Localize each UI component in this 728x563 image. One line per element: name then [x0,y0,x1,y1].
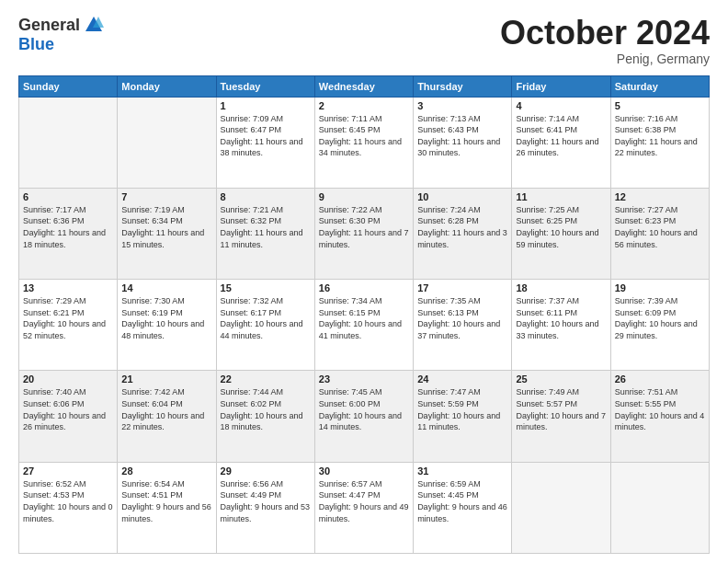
calendar-day: 16Sunrise: 7:34 AM Sunset: 6:15 PM Dayli… [314,280,413,371]
day-number: 27 [23,465,113,477]
day-of-week-sunday: Sunday [19,75,118,97]
calendar-day: 4Sunrise: 7:14 AM Sunset: 6:41 PM Daylig… [512,97,610,188]
day-number: 4 [516,100,606,111]
day-info: Sunrise: 7:19 AM Sunset: 6:34 PM Dayligh… [121,204,211,250]
day-number: 26 [615,373,705,385]
calendar-day: 28Sunrise: 6:54 AM Sunset: 4:51 PM Dayli… [118,462,216,553]
calendar-week-row: 27Sunrise: 6:52 AM Sunset: 4:53 PM Dayli… [19,462,710,553]
calendar-day: 6Sunrise: 7:17 AM Sunset: 6:36 PM Daylig… [19,188,118,279]
day-number: 5 [615,100,705,111]
day-info: Sunrise: 7:39 AM Sunset: 6:09 PM Dayligh… [615,295,705,341]
day-info: Sunrise: 7:17 AM Sunset: 6:36 PM Dayligh… [23,204,113,250]
calendar-day: 23Sunrise: 7:45 AM Sunset: 6:00 PM Dayli… [314,371,413,462]
location: Penig, Germany [500,52,710,66]
day-number: 3 [417,100,507,111]
calendar-day: 18Sunrise: 7:37 AM Sunset: 6:11 PM Dayli… [512,280,610,371]
calendar-table: SundayMondayTuesdayWednesdayThursdayFrid… [18,75,710,554]
day-info: Sunrise: 7:22 AM Sunset: 6:30 PM Dayligh… [319,204,409,250]
month-title: October 2024 [500,15,710,52]
calendar-day [19,97,118,188]
day-of-week-tuesday: Tuesday [216,75,314,97]
calendar-day: 19Sunrise: 7:39 AM Sunset: 6:09 PM Dayli… [610,280,709,371]
day-number: 8 [221,191,311,202]
day-number: 13 [23,282,113,293]
day-info: Sunrise: 7:47 AM Sunset: 5:59 PM Dayligh… [417,386,507,432]
day-number: 15 [221,282,311,293]
day-info: Sunrise: 7:45 AM Sunset: 6:00 PM Dayligh… [319,386,409,432]
day-info: Sunrise: 6:52 AM Sunset: 4:53 PM Dayligh… [23,478,113,524]
calendar-day: 17Sunrise: 7:35 AM Sunset: 6:13 PM Dayli… [414,280,512,371]
day-number: 31 [417,465,507,477]
day-info: Sunrise: 7:37 AM Sunset: 6:11 PM Dayligh… [516,295,606,341]
day-info: Sunrise: 7:29 AM Sunset: 6:21 PM Dayligh… [23,295,113,341]
calendar-day [512,462,610,553]
day-info: Sunrise: 7:34 AM Sunset: 6:15 PM Dayligh… [319,295,409,341]
calendar-day: 9Sunrise: 7:22 AM Sunset: 6:30 PM Daylig… [314,188,413,279]
day-number: 24 [417,373,507,385]
calendar-day: 10Sunrise: 7:24 AM Sunset: 6:28 PM Dayli… [414,188,512,279]
calendar-day [118,97,216,188]
day-info: Sunrise: 7:21 AM Sunset: 6:32 PM Dayligh… [221,204,311,250]
day-of-week-saturday: Saturday [610,75,709,97]
day-number: 11 [516,191,606,202]
day-number: 23 [319,373,409,385]
day-number: 17 [417,282,507,293]
calendar-week-row: 1Sunrise: 7:09 AM Sunset: 6:47 PM Daylig… [19,97,710,188]
day-info: Sunrise: 7:25 AM Sunset: 6:25 PM Dayligh… [516,204,606,250]
day-info: Sunrise: 7:27 AM Sunset: 6:23 PM Dayligh… [615,204,705,250]
day-of-week-thursday: Thursday [414,75,512,97]
day-number: 16 [319,282,409,293]
calendar-day: 29Sunrise: 6:56 AM Sunset: 4:49 PM Dayli… [216,462,314,553]
day-info: Sunrise: 6:56 AM Sunset: 4:49 PM Dayligh… [221,478,311,524]
day-number: 10 [417,191,507,202]
day-header-row: SundayMondayTuesdayWednesdayThursdayFrid… [19,75,710,97]
title-block: October 2024 Penig, Germany [500,15,710,66]
day-number: 7 [121,191,211,202]
calendar-day: 13Sunrise: 7:29 AM Sunset: 6:21 PM Dayli… [19,280,118,371]
day-info: Sunrise: 7:24 AM Sunset: 6:28 PM Dayligh… [417,204,507,250]
day-number: 18 [516,282,606,293]
day-number: 30 [319,465,409,477]
day-number: 21 [121,373,211,385]
day-info: Sunrise: 7:42 AM Sunset: 6:04 PM Dayligh… [121,386,211,432]
calendar-week-row: 13Sunrise: 7:29 AM Sunset: 6:21 PM Dayli… [19,280,710,371]
calendar-day: 22Sunrise: 7:44 AM Sunset: 6:02 PM Dayli… [216,371,314,462]
day-number: 6 [23,191,113,202]
day-number: 12 [615,191,705,202]
calendar-day: 11Sunrise: 7:25 AM Sunset: 6:25 PM Dayli… [512,188,610,279]
calendar-day: 25Sunrise: 7:49 AM Sunset: 5:57 PM Dayli… [512,371,610,462]
calendar-day [610,462,709,553]
day-info: Sunrise: 7:11 AM Sunset: 6:45 PM Dayligh… [319,113,409,159]
day-info: Sunrise: 7:40 AM Sunset: 6:06 PM Dayligh… [23,386,113,432]
day-number: 28 [121,465,211,477]
day-info: Sunrise: 6:57 AM Sunset: 4:47 PM Dayligh… [319,478,409,524]
calendar-day: 20Sunrise: 7:40 AM Sunset: 6:06 PM Dayli… [19,371,118,462]
logo-general-text: General [18,16,80,35]
day-number: 19 [615,282,705,293]
day-info: Sunrise: 7:14 AM Sunset: 6:41 PM Dayligh… [516,113,606,159]
day-info: Sunrise: 7:49 AM Sunset: 5:57 PM Dayligh… [516,386,606,432]
day-of-week-wednesday: Wednesday [314,75,413,97]
day-info: Sunrise: 6:54 AM Sunset: 4:51 PM Dayligh… [121,478,211,524]
calendar-day: 12Sunrise: 7:27 AM Sunset: 6:23 PM Dayli… [610,188,709,279]
calendar-day: 3Sunrise: 7:13 AM Sunset: 6:43 PM Daylig… [414,97,512,188]
day-number: 29 [221,465,311,477]
calendar-day: 14Sunrise: 7:30 AM Sunset: 6:19 PM Dayli… [118,280,216,371]
day-info: Sunrise: 7:32 AM Sunset: 6:17 PM Dayligh… [221,295,311,341]
day-number: 1 [221,100,311,111]
day-number: 25 [516,373,606,385]
calendar-week-row: 6Sunrise: 7:17 AM Sunset: 6:36 PM Daylig… [19,188,710,279]
calendar-day: 26Sunrise: 7:51 AM Sunset: 5:55 PM Dayli… [610,371,709,462]
day-info: Sunrise: 7:51 AM Sunset: 5:55 PM Dayligh… [615,386,705,432]
calendar-day: 24Sunrise: 7:47 AM Sunset: 5:59 PM Dayli… [414,371,512,462]
logo: General Blue [18,15,104,54]
calendar-day: 31Sunrise: 6:59 AM Sunset: 4:45 PM Dayli… [414,462,512,553]
day-number: 2 [319,100,409,111]
day-info: Sunrise: 7:30 AM Sunset: 6:19 PM Dayligh… [121,295,211,341]
day-info: Sunrise: 6:59 AM Sunset: 4:45 PM Dayligh… [417,478,507,524]
day-of-week-monday: Monday [118,75,216,97]
header: General Blue October 2024 Penig, Germany [18,15,710,66]
day-number: 22 [221,373,311,385]
calendar-day: 8Sunrise: 7:21 AM Sunset: 6:32 PM Daylig… [216,188,314,279]
page: General Blue October 2024 Penig, Germany… [0,0,728,563]
